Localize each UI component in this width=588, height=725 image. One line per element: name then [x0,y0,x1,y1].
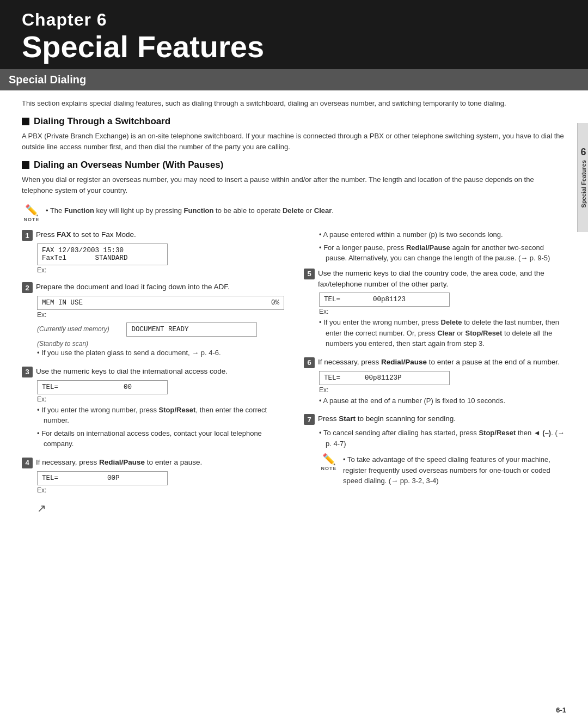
step-1-header: 1 Press FAX to set to Fax Mode. [22,229,284,241]
step-5: 5 Use the numeric keys to dial the count… [304,268,566,349]
step-2-text: Prepare the document and load it facing … [36,282,284,293]
pencil-icon-2: ✏️ [322,453,336,466]
col-left: 1 Press FAX to set to Fax Mode. FAX 12/0… [22,229,290,515]
step-5-text: Use the numeric keys to dial the country… [318,268,566,290]
note-box-2: ✏️ NOTE • To take advantage of the speed… [319,452,566,486]
step-4-num: 4 [22,458,33,468]
step-3-num: 3 [22,367,33,377]
two-col-steps: 1 Press FAX to set to Fax Mode. FAX 12/0… [22,229,566,515]
section-bar: Special Dialing [0,69,588,90]
step-7-num: 7 [304,414,315,425]
note-icon: ✏️ NOTE [22,203,41,223]
note-box: ✏️ NOTE • The Function key will light up… [22,203,566,223]
step-5-bullet1: If you enter the wrong number, press Del… [319,317,566,349]
black-square-icon [22,118,29,125]
step-6-header: 6 If necessary, press Redial/Pause to en… [304,357,566,368]
step-3-ex: Ex: [37,395,284,403]
side-tab: 6 Special Features [577,123,588,232]
step-7-bullet1: To cancel sending after dialing has star… [319,428,566,449]
note-text: • The Function key will light up by pres… [46,203,334,216]
page-number: 6-1 [556,706,566,714]
pencil-icon: ✏️ [25,204,39,217]
chapter-title: Special Features [22,30,566,69]
step5-pre-bullets: A pause entered within a number (p) is t… [304,229,566,264]
step-1-num: 1 [22,230,33,241]
side-tab-text: Special Features [580,160,587,208]
step-3: 3 Use the numeric keys to dial the inter… [22,366,284,449]
step-3-bullet1: If you enter the wrong number, press Sto… [37,405,284,426]
step-1-display: FAX 12/03/2003 15:30 FaxTel STANDARD [37,243,168,265]
step-5-num: 5 [304,269,315,279]
step-6-ex: Ex: [319,386,566,394]
step-2: 2 Prepare the document and load it facin… [22,282,284,358]
step-1-text: Press FAX to set to Fax Mode. [36,229,284,240]
mem-in-use-text: MEM IN USE [42,299,83,307]
side-tab-num: 6 [580,147,586,158]
step-3-header: 3 Use the numeric keys to dial the inter… [22,366,284,377]
step-6-text: If necessary, press Redial/Pause to ente… [318,357,566,368]
note-text-2: • To take advantage of the speed dialing… [343,452,566,486]
step-3-display: TEL= 00 [37,380,168,394]
step-4-ex: Ex: [37,486,284,494]
main-content: 6 Special Features This section explains… [0,90,588,526]
step-2-header: 2 Prepare the document and load it facin… [22,282,284,293]
note-label-2: NOTE [321,466,336,471]
chapter-label: Chapter 6 [22,10,566,30]
step-7-text: Press Start to begin scanning for sendin… [318,413,566,424]
step-2-display1: MEM IN USE 0% [37,296,284,310]
black-square-icon2 [22,161,29,169]
step-2-num: 2 [22,282,33,293]
subsection-overseas-heading: Dialing an Overseas Number (With Pauses) [22,160,566,170]
step-6-bullet1: A pause at the end of a number (P) is fi… [319,395,566,406]
subsection-switchboard-heading: Dialing Through a Switchboard [22,116,566,127]
step-5-ex: Ex: [319,308,566,315]
step-1: 1 Press FAX to set to Fax Mode. FAX 12/0… [22,229,284,274]
step-4-text: If necessary, press Redial/Pause to ente… [36,457,284,468]
step-4-display: TEL= 00P [37,471,168,485]
step5-pre-bullet1: A pause entered within a number (p) is t… [319,229,566,240]
continuation-arrow: ↗ [37,502,284,515]
step-7-header: 7 Press Start to begin scanning for send… [304,413,566,425]
mem-percent: 0% [271,299,279,307]
step-2-note2: (Standby to scan) [37,340,88,348]
step-5-display: TEL= 00p81123 [319,293,450,307]
step-5-header: 5 Use the numeric keys to dial the count… [304,268,566,290]
step-6: 6 If necessary, press Redial/Pause to en… [304,357,566,406]
step-2-ex1: Ex: [37,311,284,319]
chapter-header: Chapter 6 Special Features [0,0,588,69]
step-2-display2: DOCUMENT READY [126,322,257,337]
step-6-display: TEL= 00p81123P [319,371,450,385]
col-right: A pause entered within a number (p) is t… [301,229,566,515]
subsection-switchboard-body: A PBX (Private Branch Exchange) is an on… [22,131,566,152]
intro-text: This section explains special dialing fe… [22,98,566,109]
section-bar-title: Special Dialing [9,74,86,86]
step-2-bullet: If you use the platen glass to send a do… [37,348,284,358]
step-3-bullet2: For details on international access code… [37,428,284,449]
note-label: NOTE [23,217,39,222]
step5-pre-bullet2: For a longer pause, press Redial/Pause a… [319,242,566,264]
step-6-num: 6 [304,357,315,368]
note-icon-2: ✏️ NOTE [319,452,339,472]
step-3-text: Use the numeric keys to dial the interna… [36,366,284,377]
step-2-note1: (Currently used memory) [37,325,109,333]
step-7: 7 Press Start to begin scanning for send… [304,413,566,486]
step-4: 4 If necessary, press Redial/Pause to en… [22,457,284,494]
step-4-header: 4 If necessary, press Redial/Pause to en… [22,457,284,468]
step-1-ex: Ex: [37,266,284,274]
subsection-overseas-body: When you dial or register an overseas nu… [22,174,566,196]
